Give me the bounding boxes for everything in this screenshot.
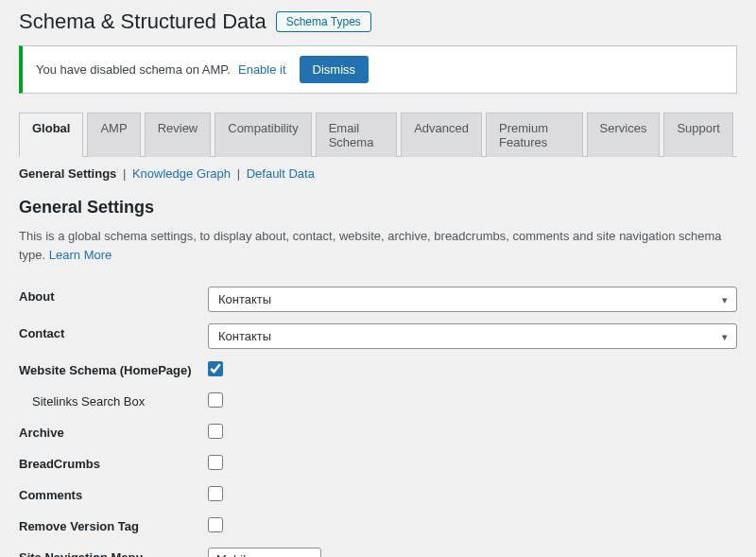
tab-email-schema[interactable]: Email Schema (316, 113, 397, 157)
about-label: About (19, 281, 208, 318)
section-title: General Settings (19, 198, 737, 218)
archive-label: Archive (19, 417, 208, 448)
sitelinks-label: Sitelinks Search Box (19, 386, 208, 417)
remove-version-checkbox[interactable] (208, 517, 223, 532)
subnav-knowledge-graph[interactable]: Knowledge Graph (132, 166, 231, 181)
tab-compatibility[interactable]: Compatibility (215, 113, 311, 157)
tab-premium-features[interactable]: Premium Features (486, 113, 583, 157)
schema-types-button[interactable]: Schema Types (276, 11, 371, 32)
website-schema-label: Website Schema (HomePage) (19, 355, 208, 386)
notice-bar: You have disabled schema on AMP. Enable … (19, 45, 737, 94)
tab-support[interactable]: Support (663, 113, 733, 157)
sitelinks-checkbox[interactable] (208, 392, 223, 408)
notice-text: You have disabled schema on AMP. (36, 62, 231, 77)
breadcrumbs-label: BreadCrumbs (19, 448, 208, 479)
archive-checkbox[interactable] (208, 424, 223, 439)
tab-review[interactable]: Review (145, 113, 212, 157)
subnav-current: General Settings (19, 166, 116, 181)
subnav-default-data[interactable]: Default Data (247, 166, 315, 181)
page-title: Schema & Structured Data (19, 9, 266, 34)
about-select[interactable]: Контакты (208, 287, 737, 312)
section-description: This is a global schema settings, to dis… (19, 227, 737, 264)
website-schema-checkbox[interactable] (208, 361, 223, 376)
breadcrumbs-checkbox[interactable] (208, 455, 223, 470)
comments-label: Comments (19, 479, 208, 511)
contact-label: Contact (19, 318, 208, 355)
contact-select[interactable]: Контакты (208, 323, 737, 349)
tab-amp[interactable]: AMP (87, 113, 140, 157)
comments-checkbox[interactable] (208, 486, 223, 501)
learn-more-link[interactable]: Learn More (49, 248, 112, 262)
tab-global[interactable]: Global (19, 113, 83, 157)
subnav: General Settings | Knowledge Graph | Def… (19, 166, 737, 181)
tab-advanced[interactable]: Advanced (401, 113, 482, 157)
enable-link[interactable]: Enable it (238, 62, 286, 77)
site-nav-label: Site Navigation Menu (19, 542, 208, 557)
dismiss-button[interactable]: Dismiss (300, 56, 369, 83)
remove-version-label: Remove Version Tag (19, 511, 208, 542)
tab-services[interactable]: Services (587, 113, 661, 157)
site-nav-select[interactable]: Mobile menu (208, 548, 321, 557)
tabs-nav: GlobalAMPReviewCompatibilityEmail Schema… (19, 113, 737, 157)
